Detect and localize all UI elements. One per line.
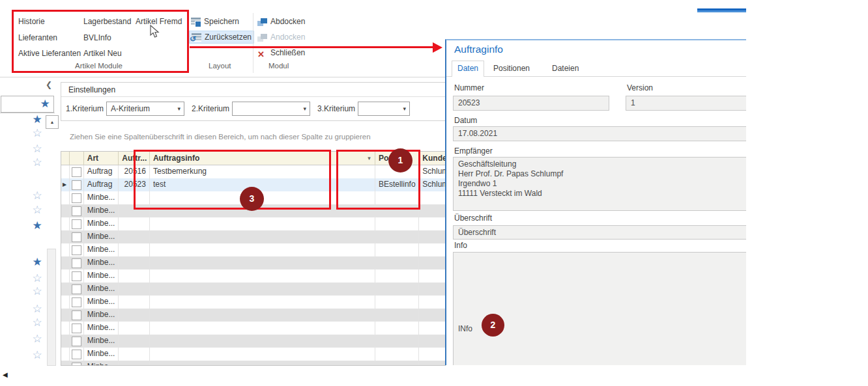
checkbox[interactable] (72, 297, 81, 307)
star-outline-icon[interactable]: ☆ (30, 303, 44, 314)
star-outline-icon[interactable]: ☆ (30, 350, 44, 361)
star-outline-icon[interactable]: ☆ (30, 333, 44, 344)
row-checkbox[interactable] (70, 204, 84, 217)
datum-field[interactable]: 17.08.2021 (453, 126, 746, 141)
undock-button[interactable]: Abdocken (257, 16, 305, 27)
cell-kunde (419, 283, 445, 296)
checkbox[interactable] (72, 310, 81, 320)
star-filled-icon[interactable]: ★ (30, 220, 44, 231)
info-field[interactable]: INfo (453, 252, 746, 365)
row-checkbox[interactable] (70, 296, 84, 309)
table-row[interactable]: Minbe... (61, 309, 445, 322)
ueberschrift-label: Überschrift (454, 214, 492, 223)
checkbox[interactable] (72, 363, 81, 366)
tab-positionen[interactable]: Positionen (493, 64, 530, 73)
table-row[interactable]: Minbe... (61, 230, 445, 243)
reset-icon: ↺ (192, 33, 201, 42)
row-checkbox[interactable] (70, 243, 84, 256)
row-indicator (61, 230, 70, 243)
save-button[interactable]: Speichern (191, 16, 239, 27)
tab-daten[interactable]: Daten (452, 61, 484, 77)
empfaenger-field[interactable]: Geschäftsleitung Herr Prof. Dr. Papas Sc… (453, 157, 746, 211)
table-row[interactable]: Minbe... (61, 243, 445, 256)
table-row[interactable]: Minbe... (61, 335, 445, 348)
star-outline-icon[interactable]: ☆ (30, 190, 44, 201)
scroll-up-button[interactable]: ▲ (46, 115, 59, 129)
row-checkbox[interactable] (70, 165, 84, 178)
star-outline-icon[interactable]: ☆ (30, 273, 44, 284)
table-row[interactable]: Minbe... (61, 361, 445, 366)
cell-auftrag (119, 256, 150, 269)
row-checkbox[interactable] (70, 309, 84, 322)
row-indicator (61, 335, 70, 348)
favorite-filter-box[interactable]: ★ (1, 96, 54, 113)
tab-dateien[interactable]: Dateien (552, 64, 579, 73)
checkbox[interactable] (72, 245, 81, 255)
row-checkbox[interactable] (70, 230, 84, 243)
nummer-field[interactable]: 20523 (453, 96, 609, 111)
cell-art: Minbe... (84, 204, 119, 217)
row-checkbox[interactable] (70, 256, 84, 269)
star-outline-icon[interactable]: ☆ (30, 204, 44, 215)
ribbon-bottom-border (0, 77, 445, 77)
star-filled-icon[interactable]: ★ (30, 256, 44, 268)
star-outline-icon[interactable]: ☆ (30, 286, 44, 297)
grid-header-kunde[interactable]: Kunde (419, 152, 445, 165)
star-icon[interactable]: ★ (30, 114, 44, 125)
checkbox[interactable] (72, 337, 81, 346)
checkbox[interactable] (72, 219, 81, 229)
reset-button[interactable]: ↺Zurücksetzen (189, 31, 254, 44)
table-row[interactable]: Minbe... (61, 322, 445, 335)
close-module-button[interactable]: ✕Schließen (257, 47, 305, 59)
table-row[interactable]: Minbe... (61, 256, 445, 269)
row-indicator (61, 204, 70, 217)
cell-auftrag (119, 361, 150, 366)
cell-art: Auftrag (84, 178, 119, 191)
table-row[interactable]: Minbe... (61, 217, 445, 230)
row-checkbox[interactable] (70, 348, 84, 361)
collapse-chevron-icon[interactable]: ❮ (46, 80, 52, 89)
checkbox[interactable] (72, 258, 81, 268)
star-icon[interactable]: ★ (38, 98, 52, 109)
star-outline-icon[interactable]: ☆ (30, 157, 44, 168)
checkbox[interactable] (72, 167, 81, 177)
criterium2-dropdown[interactable]: ▾ (232, 102, 310, 116)
hscroll-left-arrow-icon[interactable]: ◀ (3, 371, 8, 378)
cell-art: Minbe... (84, 256, 119, 269)
criterium3-dropdown[interactable]: ▾ (358, 102, 410, 116)
table-row[interactable]: Minbe... (61, 296, 445, 309)
table-row[interactable]: Minbe... (61, 269, 445, 283)
checkbox[interactable] (72, 232, 81, 242)
sidebar-scrollbar[interactable] (47, 249, 56, 366)
checkbox[interactable] (72, 180, 81, 190)
checkbox[interactable] (72, 271, 81, 281)
checkbox[interactable] (72, 284, 81, 294)
criterium1-dropdown[interactable]: A-Kriterium ▾ (106, 102, 184, 116)
checkbox[interactable] (72, 350, 81, 359)
row-checkbox[interactable] (70, 322, 84, 335)
cell-art: Minbe... (84, 283, 119, 296)
cell-kunde (419, 243, 445, 256)
checkbox[interactable] (72, 206, 81, 216)
grid-header-art[interactable]: Art (84, 152, 119, 165)
checkbox[interactable] (72, 324, 81, 333)
row-indicator (61, 217, 70, 230)
star-outline-icon[interactable]: ☆ (30, 317, 44, 328)
row-checkbox[interactable] (70, 361, 84, 366)
row-checkbox[interactable] (70, 217, 84, 230)
checkbox[interactable] (72, 193, 81, 203)
row-checkbox[interactable] (70, 283, 84, 296)
version-field[interactable]: 1 (626, 96, 746, 111)
table-row[interactable]: Minbe... (61, 283, 445, 296)
table-row[interactable]: Minbe... (61, 348, 445, 361)
row-checkbox[interactable] (70, 191, 84, 204)
cell-kunde (419, 322, 445, 335)
ueberschrift-field[interactable]: Überschrift (453, 225, 746, 240)
annotation-arrow-head (433, 42, 442, 53)
sidebar-separator (0, 113, 55, 113)
star-outline-icon[interactable]: ☆ (30, 143, 44, 154)
row-checkbox[interactable] (70, 178, 84, 191)
star-outline-icon[interactable]: ☆ (30, 128, 44, 139)
row-checkbox[interactable] (70, 335, 84, 348)
row-checkbox[interactable] (70, 269, 84, 283)
